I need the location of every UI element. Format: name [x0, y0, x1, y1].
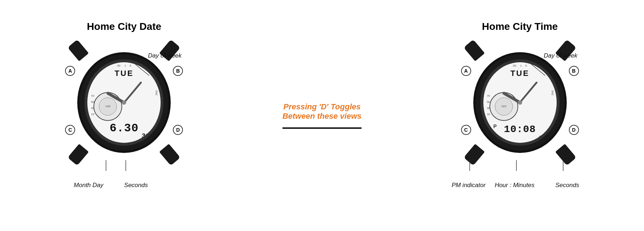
toggle-text: Pressing 'D' Toggles Between these views — [282, 102, 362, 121]
btn-B-left[interactable]: B — [173, 66, 183, 76]
btn-D-left[interactable]: D — [173, 125, 183, 135]
annotation-lines-right-bottom — [459, 157, 581, 185]
annotations-right: Day of week PM indicator Hour : Minutes … — [459, 171, 581, 200]
annotation-lines-left-bottom — [63, 157, 185, 185]
btn-B-right[interactable]: B — [569, 66, 579, 76]
svg-line-0 — [129, 59, 149, 76]
btn-D-right[interactable]: D — [569, 125, 579, 135]
annotation-lines-right-top — [459, 56, 581, 171]
annotation-month-day-left: Month Day — [74, 182, 103, 189]
left-watch-title: Home City Date — [87, 21, 161, 32]
annotation-dow-right: Day of week — [544, 52, 578, 59]
btn-A-left[interactable]: A — [65, 66, 75, 76]
right-watch-section: Home City Time -50·10· TUE — [459, 3, 581, 228]
left-watch-section: Home City Date -50·10· TUE — [63, 3, 185, 228]
annotation-dow-left: Day of week — [148, 52, 182, 59]
double-arrow-container — [282, 127, 362, 129]
toggle-line2: Between these views — [282, 112, 362, 121]
btn-C-left[interactable]: C — [65, 125, 75, 135]
main-container: Home City Date -50·10· TUE — [0, 0, 644, 231]
annotations-left: Day of week Month Day Seconds — [63, 171, 185, 200]
toggle-line1: Pressing 'D' Toggles — [282, 102, 362, 112]
annotation-seconds-left: Seconds — [124, 182, 148, 189]
annotation-lines-left-top — [63, 56, 185, 171]
btn-A-right[interactable]: A — [461, 66, 471, 76]
right-watch-title: Home City Time — [482, 21, 558, 32]
svg-line-3 — [525, 59, 545, 76]
btn-C-right[interactable]: C — [461, 125, 471, 135]
toggle-section: Pressing 'D' Toggles Between these views — [268, 102, 376, 129]
arrow-line — [282, 127, 362, 129]
